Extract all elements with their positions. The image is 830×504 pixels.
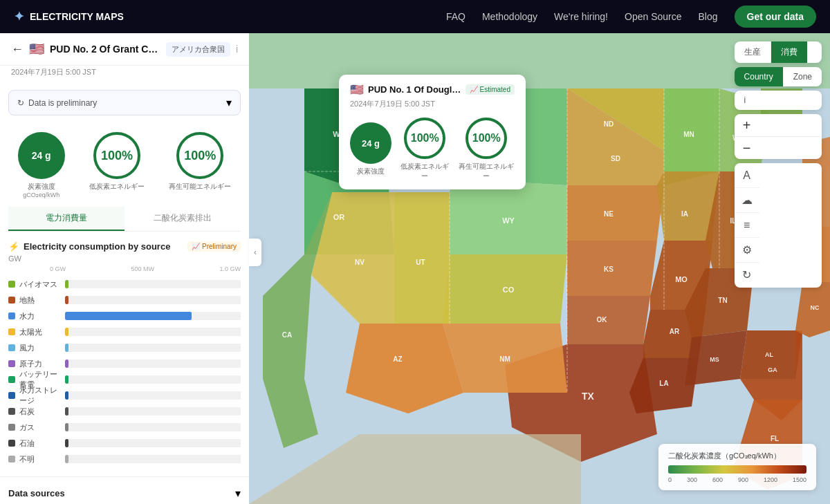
- list-item: 石油: [8, 436, 241, 450]
- nav-blog[interactable]: Blog: [699, 11, 718, 22]
- hydrostorage-bar-container: [65, 391, 241, 400]
- info-button[interactable]: i: [735, 91, 756, 110]
- popup-low-carbon-label: 低炭素エネルギー: [400, 162, 450, 181]
- list-item: ガス: [8, 420, 241, 434]
- popup-flag: 🇺🇸: [350, 83, 364, 96]
- nav-methodology[interactable]: Methodology: [482, 11, 537, 22]
- section-title-text: Electricity consumption by source: [24, 241, 170, 252]
- tab-co2-emissions[interactable]: 二酸化炭素排出: [124, 207, 241, 231]
- svg-text:TN: TN: [718, 297, 727, 304]
- weather-icon[interactable]: ☁: [735, 188, 759, 213]
- coal-label: 石炭: [19, 407, 61, 417]
- tab-power-consumption[interactable]: 電力消費量: [8, 207, 124, 231]
- refresh-icon[interactable]: ↻: [735, 263, 759, 288]
- nuclear-bar-container: [65, 360, 241, 368]
- preliminary-label: Data is preliminary: [28, 98, 97, 108]
- oil-label: 石油: [19, 438, 61, 449]
- region-badge: アメリカ合衆国: [166, 42, 230, 57]
- list-item: 石炭: [8, 404, 241, 418]
- settings-icon[interactable]: ⚙: [735, 238, 759, 263]
- hydro-bar: [65, 312, 192, 320]
- renewable-label: 再生可能エネルギー: [169, 182, 231, 192]
- biomass-bar: [65, 280, 68, 288]
- zone-button[interactable]: Zone: [784, 67, 822, 86]
- svg-text:AR: AR: [670, 328, 680, 335]
- country-button[interactable]: Country: [735, 67, 783, 86]
- wind-label: 風力: [19, 343, 61, 353]
- legend-labels: 0 300 600 900 1200 1500: [668, 476, 806, 483]
- utah-state: [394, 192, 450, 324]
- data-sources-section[interactable]: Data sources ▾: [0, 476, 249, 504]
- wind-dot: [8, 344, 15, 351]
- zoom-out-button[interactable]: −: [735, 137, 759, 159]
- geothermal-dot: [8, 297, 15, 304]
- svg-text:UT: UT: [416, 259, 425, 266]
- logo-text: ELECTRICITY MAPS: [30, 11, 124, 22]
- svg-text:ND: ND: [604, 120, 614, 128]
- biomass-bar-container: [65, 280, 241, 288]
- production-button[interactable]: 生産: [735, 41, 771, 63]
- battery-dot: [8, 376, 15, 383]
- svg-text:OK: OK: [597, 316, 608, 324]
- svg-text:IA: IA: [681, 210, 688, 218]
- get-data-button[interactable]: Get our data: [735, 6, 816, 28]
- zoom-in-button[interactable]: +: [735, 114, 759, 136]
- svg-text:SD: SD: [611, 155, 620, 162]
- svg-text:KS: KS: [604, 265, 614, 273]
- consumption-button[interactable]: 消費: [771, 41, 807, 63]
- region-title: PUD No. 2 Of Grant Cou...: [50, 44, 160, 55]
- hydro-label: 水力: [19, 311, 61, 321]
- nuclear-bar: [65, 360, 68, 368]
- wind-bar: [65, 344, 68, 352]
- nav-links: FAQ Methodology We're hiring! Open Sourc…: [446, 6, 816, 28]
- popup-title: PUD No. 1 Of Douglas C...: [368, 84, 461, 95]
- nav-opensource[interactable]: Open Source: [625, 11, 682, 22]
- chart-scale: 0 GW 500 MW 1.0 GW: [0, 265, 249, 272]
- region-flag: 🇺🇸: [29, 41, 44, 57]
- svg-text:NV: NV: [355, 259, 365, 266]
- panel-fold-button[interactable]: ‹: [249, 239, 261, 266]
- geothermal-label: 地熱: [19, 295, 61, 306]
- layers-icon[interactable]: ≡: [735, 213, 759, 238]
- list-item: 水力ストレージ: [8, 389, 241, 402]
- translate-icon[interactable]: A: [735, 163, 759, 188]
- list-item: 風力: [8, 341, 241, 355]
- legend-title: 二酸化炭素濃度（gCO₂eq/kWh）: [668, 451, 806, 461]
- left-panel: ← 🇺🇸 PUD No. 2 Of Grant Cou... アメリカ合衆国 i…: [0, 33, 249, 504]
- svg-text:CO: CO: [503, 286, 515, 294]
- metrics-row: 24 g 炭素強度 gCO₂eq/kWh 100% 低炭素エネルギー 100% …: [0, 121, 249, 204]
- unknown-bar: [65, 455, 68, 463]
- svg-text:TX: TX: [582, 391, 595, 402]
- nav-faq[interactable]: FAQ: [446, 11, 465, 22]
- svg-text:AL: AL: [765, 351, 773, 358]
- renewable-metric: 100% 再生可能エネルギー: [169, 132, 231, 192]
- preliminary-banner[interactable]: ↻ Data is preliminary ▾: [8, 90, 241, 115]
- zoom-controls: + −: [735, 114, 822, 159]
- popup-renewable-circle: 100%: [465, 118, 507, 159]
- oil-bar: [65, 439, 68, 447]
- chevron-down-icon: ▾: [235, 487, 241, 500]
- legend-color-bar: [668, 465, 806, 474]
- renewable-circle: 100%: [176, 132, 223, 179]
- popup-carbon-circle: 24 g: [350, 122, 391, 164]
- solar-dot: [8, 328, 15, 335]
- carbon-intensity-label: 炭素強度: [18, 182, 65, 192]
- unknown-dot: [8, 456, 15, 463]
- list-item: 原子力: [8, 357, 241, 371]
- icon-group: A ☁ ≡ ⚙ ↻: [735, 163, 822, 288]
- section-header: ⚡ Electricity consumption by source 📈 Pr…: [0, 232, 249, 254]
- coal-dot: [8, 408, 15, 415]
- nav-hiring[interactable]: We're hiring!: [554, 11, 608, 22]
- battery-bar: [65, 375, 68, 384]
- right-controls: 生産 消費 Country Zone i + − A ☁ ≡ ⚙ ↻: [735, 41, 822, 288]
- nuclear-label: 原子力: [19, 359, 61, 369]
- popup-carbon-label: 炭素強度: [350, 167, 391, 176]
- popup-low-carbon-metric: 100% 低炭素エネルギー: [400, 118, 450, 181]
- logo-icon: ✦: [14, 9, 24, 24]
- region-info-button[interactable]: i: [236, 44, 238, 55]
- electricity-icon: ⚡: [8, 241, 19, 252]
- back-button[interactable]: ←: [11, 42, 24, 57]
- chart-icon: 📈: [192, 243, 200, 250]
- list-item: バイオマス: [8, 277, 241, 291]
- unknown-bar-container: [65, 455, 241, 463]
